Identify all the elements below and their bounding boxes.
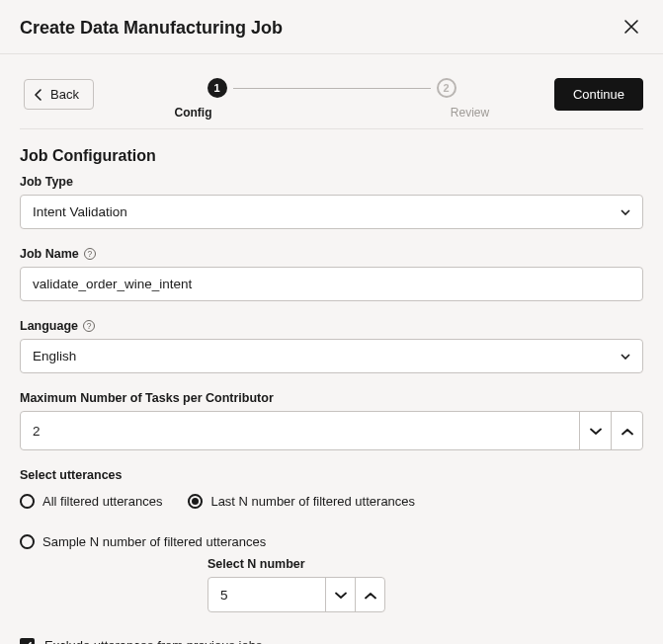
dialog-title: Create Data Manufacturing Job — [20, 18, 283, 39]
select-utterances-label: Select utterances — [20, 468, 643, 482]
close-icon — [624, 18, 638, 39]
job-name-input[interactable] — [33, 277, 630, 291]
caret-down-icon — [621, 354, 630, 360]
radio-label: Last N number of filtered utterances — [210, 494, 415, 509]
step-2-circle: 2 — [437, 78, 456, 98]
caret-down-icon — [621, 209, 630, 215]
help-icon[interactable]: ? — [84, 248, 96, 260]
select-n-decrement[interactable] — [325, 578, 355, 611]
max-tasks-decrement[interactable] — [579, 412, 611, 449]
job-type-select[interactable]: Intent Validation — [20, 195, 643, 229]
radio-last-n[interactable]: Last N number of filtered utterances — [188, 494, 415, 509]
exclude-label: Exclude utterances from previous jobs — [44, 638, 262, 644]
close-button[interactable] — [620, 16, 643, 40]
select-n-spinner[interactable]: 5 — [207, 577, 385, 612]
radio-label: Sample N number of filtered utterances — [42, 534, 266, 549]
max-tasks-increment[interactable] — [611, 412, 642, 449]
exclude-checkbox[interactable] — [20, 638, 35, 644]
radio-label: All filtered utterances — [42, 494, 162, 509]
chevron-up-icon — [365, 588, 376, 603]
max-tasks-label: Maximum Number of Tasks per Contributor — [20, 391, 643, 405]
section-title: Job Configuration — [20, 147, 643, 165]
job-name-label: Job Name — [20, 247, 79, 261]
back-label: Back — [50, 87, 79, 102]
select-n-value: 5 — [208, 581, 325, 609]
max-tasks-spinner[interactable]: 2 — [20, 411, 643, 450]
continue-button[interactable]: Continue — [554, 78, 643, 111]
step-line — [233, 88, 431, 89]
step-2-label: Review — [441, 106, 500, 120]
language-value: English — [33, 349, 76, 363]
max-tasks-value: 2 — [21, 415, 579, 447]
chevron-down-icon — [590, 424, 602, 439]
job-name-input-wrap — [20, 267, 643, 301]
radio-sample-n[interactable]: Sample N number of filtered utterances — [20, 534, 266, 549]
chevron-up-icon — [622, 424, 633, 439]
step-1-circle: 1 — [207, 78, 227, 98]
stepper: 1 2 Config Review — [184, 78, 480, 120]
select-n-label: Select N number — [207, 557, 643, 571]
radio-icon — [20, 534, 35, 549]
step-1-label: Config — [164, 106, 223, 120]
chevron-left-icon — [35, 89, 42, 101]
language-label: Language — [20, 319, 78, 333]
radio-icon — [20, 494, 35, 509]
job-type-value: Intent Validation — [33, 204, 127, 219]
back-button[interactable]: Back — [24, 79, 94, 110]
chevron-down-icon — [335, 588, 347, 603]
job-type-label: Job Type — [20, 175, 643, 189]
radio-all-filtered[interactable]: All filtered utterances — [20, 494, 162, 509]
check-icon — [22, 640, 33, 644]
select-n-increment[interactable] — [355, 578, 384, 611]
language-select[interactable]: English — [20, 339, 643, 373]
radio-icon — [188, 494, 203, 509]
help-icon[interactable]: ? — [83, 320, 95, 332]
